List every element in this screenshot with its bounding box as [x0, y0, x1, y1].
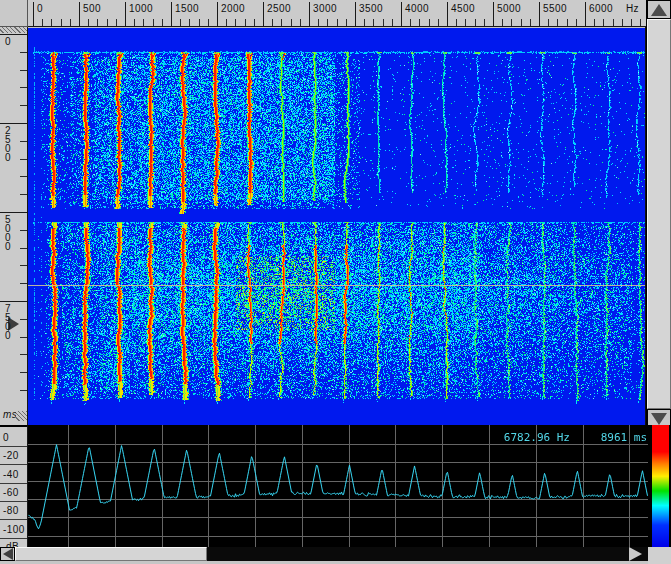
freq-minor-tick	[548, 19, 549, 26]
freq-tick-label: 1000	[129, 3, 153, 14]
db-tick-label: -20	[3, 450, 19, 461]
vertical-scrollbar[interactable]	[646, 0, 671, 428]
down-arrow-icon	[651, 413, 667, 425]
freq-minor-tick	[318, 19, 319, 26]
freq-minor-tick	[410, 19, 411, 26]
freq-minor-tick	[116, 19, 117, 26]
freq-minor-tick	[254, 19, 255, 26]
freq-minor-tick	[373, 19, 374, 26]
freq-minor-tick	[272, 19, 273, 26]
freq-tick-label: 2500	[267, 3, 291, 14]
freq-major-tick	[401, 2, 402, 26]
db-grid-tick	[0, 519, 27, 520]
freq-minor-tick	[567, 19, 568, 26]
freq-tick-label: 500	[83, 3, 101, 14]
scroll-left-button[interactable]	[0, 547, 15, 561]
time-minor-tick	[20, 265, 27, 266]
freq-minor-tick	[456, 19, 457, 26]
freq-major-tick	[33, 2, 34, 26]
db-grid-tick	[0, 538, 27, 539]
vertical-scroll-thumb[interactable]	[647, 19, 671, 409]
left-arrow-icon	[3, 548, 13, 560]
time-minor-tick	[20, 87, 27, 88]
freq-minor-tick	[107, 19, 108, 26]
time-minor-tick	[20, 70, 27, 71]
scroll-right-button[interactable]	[629, 547, 642, 561]
time-ruler: ms 02 5 0 05 0 0 07 5 0 0	[0, 27, 28, 425]
colorbar	[652, 425, 669, 547]
freq-minor-tick	[484, 19, 485, 26]
freq-major-tick	[263, 2, 264, 26]
freq-minor-tick	[199, 19, 200, 26]
freq-minor-tick	[603, 19, 604, 26]
db-tick-label: -60	[3, 487, 19, 498]
db-tick-label: -100	[3, 524, 25, 535]
freq-minor-tick	[465, 19, 466, 26]
db-grid-tick	[0, 446, 27, 447]
freq-minor-tick	[208, 19, 209, 26]
freq-tick-label: 1500	[175, 3, 199, 14]
freq-minor-tick	[631, 19, 632, 26]
freq-tick-label: 4500	[451, 3, 475, 14]
freq-minor-tick	[364, 19, 365, 26]
freq-minor-tick	[429, 19, 430, 26]
time-minor-tick	[20, 141, 27, 142]
freq-minor-tick	[235, 19, 236, 26]
frequency-unit-label: Hz	[626, 3, 639, 14]
freq-minor-tick	[511, 19, 512, 26]
freq-major-tick	[585, 2, 586, 26]
freq-minor-tick	[557, 19, 558, 26]
freq-minor-tick	[346, 19, 347, 26]
freq-minor-tick	[502, 19, 503, 26]
time-minor-tick	[20, 390, 27, 391]
freq-minor-tick	[300, 19, 301, 26]
freq-tick-label: 0	[37, 3, 43, 14]
time-minor-tick	[20, 337, 27, 338]
freq-tick-label: 2000	[221, 3, 245, 14]
freq-minor-tick	[189, 19, 190, 26]
db-grid-tick	[0, 501, 27, 502]
right-arrow-icon	[629, 547, 642, 561]
colorbar-frame	[648, 425, 671, 547]
time-tick-label: 0	[5, 37, 11, 46]
time-minor-tick	[20, 230, 27, 231]
freq-minor-tick	[143, 19, 144, 26]
scroll-up-button[interactable]	[647, 0, 671, 19]
freq-minor-tick	[180, 19, 181, 26]
db-tick-label: 0	[3, 432, 9, 443]
freq-minor-tick	[521, 19, 522, 26]
db-grid-tick	[0, 464, 27, 465]
db-ruler: dB 0-20-40-60-80-100	[0, 425, 28, 547]
time-minor-tick	[20, 194, 27, 195]
freq-minor-tick	[162, 19, 163, 26]
time-minor-tick	[20, 283, 27, 284]
freq-major-tick	[125, 2, 126, 26]
horizontal-scroll-thumb[interactable]	[15, 547, 207, 561]
frequency-ruler: Hz 0500100015002000250030003500400045005…	[28, 0, 646, 27]
time-minor-tick	[20, 52, 27, 53]
freq-minor-tick	[226, 19, 227, 26]
freq-minor-tick	[383, 19, 384, 26]
freq-major-tick	[217, 2, 218, 26]
freq-minor-tick	[327, 19, 328, 26]
freq-major-tick	[539, 2, 540, 26]
time-minor-tick	[20, 176, 27, 177]
db-grid-tick	[0, 483, 27, 484]
time-tick-label: 5 0 0 0	[5, 215, 11, 251]
freq-major-tick	[171, 2, 172, 26]
freq-minor-tick	[613, 19, 614, 26]
freq-minor-tick	[475, 19, 476, 26]
spectrogram-canvas[interactable]	[28, 28, 645, 425]
time-tick-label: 7 5 0 0	[5, 304, 11, 340]
freq-minor-tick	[51, 19, 52, 26]
horizontal-scrollbar[interactable]	[0, 547, 648, 561]
time-major-tick	[0, 34, 27, 35]
freq-minor-tick	[438, 19, 439, 26]
freq-minor-tick	[245, 19, 246, 26]
freq-minor-tick	[88, 19, 89, 26]
freq-minor-tick	[419, 19, 420, 26]
ruler-hatch-top	[0, 27, 27, 33]
db-tick-label: -80	[3, 505, 19, 516]
freq-minor-tick	[70, 19, 71, 26]
freq-minor-tick	[42, 19, 43, 26]
